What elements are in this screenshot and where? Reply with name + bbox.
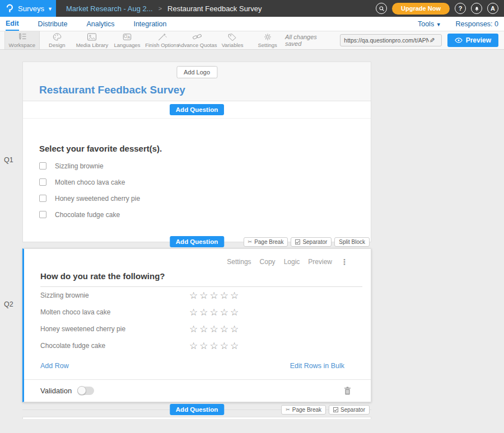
star-icon[interactable]: ☆	[210, 291, 218, 300]
star-icon[interactable]: ☆	[220, 325, 228, 333]
star-rating[interactable]: ☆☆☆☆☆	[189, 308, 239, 317]
add-question-button[interactable]: Add Question	[170, 404, 224, 415]
star-icon[interactable]: ☆	[230, 342, 239, 350]
toolbar-item-finish-options[interactable]: Finish Options	[144, 31, 180, 49]
page-break-button[interactable]: ✂ Page Break	[281, 405, 326, 415]
toolbar-item-media-library[interactable]: Media Library	[74, 31, 110, 49]
star-icon[interactable]: ☆	[189, 342, 198, 350]
star-rating[interactable]: ☆☆☆☆☆	[189, 291, 239, 300]
option-row: Molten choco lava cake	[39, 178, 354, 186]
section-action-row: Add Question ✂ Page Break Separator	[22, 403, 371, 416]
star-icon[interactable]: ☆	[230, 325, 239, 333]
option-label[interactable]: Honey sweetened cherry pie	[55, 195, 140, 203]
separator-icon	[333, 407, 338, 412]
star-icon[interactable]: ☆	[189, 325, 198, 333]
delete-question-trash-icon[interactable]	[344, 387, 351, 395]
question-preview-button[interactable]: Preview	[308, 258, 332, 266]
help-icon[interactable]: ?	[455, 3, 466, 14]
toolbar-item-languages[interactable]: A Languages	[110, 31, 145, 49]
question-settings-button[interactable]: Settings	[227, 258, 251, 266]
toolbar-item-design[interactable]: Design	[40, 31, 75, 49]
star-icon[interactable]: ☆	[210, 342, 218, 350]
page-break-button[interactable]: ✂ Page Break	[244, 237, 288, 247]
tab-distribute[interactable]: Distribute	[38, 17, 68, 30]
main-nav: Edit Distribute Analytics Integration To…	[0, 17, 504, 31]
separator-icon	[295, 239, 300, 244]
surveys-menu[interactable]: Surveys ▼	[0, 0, 56, 17]
split-block-button[interactable]: Split Block	[334, 237, 370, 247]
validation-row: Validation	[24, 379, 371, 402]
add-logo-button[interactable]: Add Logo	[176, 66, 217, 78]
responses-count[interactable]: Responses: 0	[456, 20, 498, 28]
star-icon[interactable]: ☆	[230, 308, 239, 317]
rating-row-label[interactable]: Chocolate fudge cake	[40, 342, 189, 350]
survey-url-input[interactable]	[344, 37, 429, 44]
topbar: Surveys ▼ Market Research - Aug 2... > R…	[0, 0, 504, 17]
toolbar-item-workspace[interactable]: Workspace	[4, 31, 40, 49]
add-question-button[interactable]: Add Question	[170, 104, 224, 115]
star-icon[interactable]: ☆	[220, 308, 228, 317]
validation-toggle[interactable]	[77, 387, 94, 395]
rating-row-label[interactable]: Molten choco lava cake	[40, 308, 189, 316]
survey-header-and-q1-card: Add Logo Restaurant Feedback Survey Add …	[22, 62, 371, 242]
question-copy-button[interactable]: Copy	[260, 258, 276, 266]
tab-analytics[interactable]: Analytics	[86, 17, 114, 30]
star-icon[interactable]: ☆	[210, 308, 218, 317]
edit-url-pencil-icon[interactable]: ✎	[428, 37, 436, 43]
autosave-status: All changes saved	[285, 34, 334, 47]
question-1-text[interactable]: Select your favorite dessert(s).	[39, 144, 354, 153]
question-1-block[interactable]: Select your favorite dessert(s). Sizzlin…	[23, 119, 371, 242]
star-icon[interactable]: ☆	[199, 342, 208, 350]
option-label[interactable]: Sizzling brownie	[55, 162, 104, 170]
star-icon[interactable]: ☆	[220, 342, 228, 350]
star-icon[interactable]: ☆	[230, 291, 239, 300]
checkbox[interactable]	[39, 178, 46, 186]
rating-row-label[interactable]: Honey sweetened cherry pie	[40, 325, 189, 333]
tab-edit[interactable]: Edit	[6, 17, 19, 31]
star-icon[interactable]: ☆	[189, 291, 198, 300]
breadcrumb-current: Restaurant Feedback Survey	[167, 4, 262, 13]
star-rating[interactable]: ☆☆☆☆☆	[189, 342, 239, 350]
star-icon[interactable]: ☆	[220, 291, 228, 300]
star-icon[interactable]: ☆	[199, 308, 208, 317]
option-row: Honey sweetened cherry pie	[39, 195, 354, 202]
toolbar-item-settings[interactable]: Settings	[250, 31, 285, 49]
breadcrumb-parent[interactable]: Market Research - Aug 2...	[66, 4, 153, 13]
tab-integration[interactable]: Integration	[133, 17, 166, 30]
survey-editor-canvas: Q1 Q2 Add Logo Restaurant Feedback Surve…	[0, 62, 504, 433]
option-label[interactable]: Molten choco lava cake	[55, 178, 125, 186]
rating-row: Sizzling brownie ☆☆☆☆☆	[24, 287, 371, 304]
add-row-link[interactable]: Add Row	[40, 362, 69, 370]
preview-button[interactable]: Preview	[447, 34, 498, 47]
breadcrumb: Market Research - Aug 2... > Restaurant …	[66, 4, 262, 13]
star-icon[interactable]: ☆	[189, 308, 198, 317]
star-icon[interactable]: ☆	[199, 325, 208, 333]
star-icon[interactable]: ☆	[199, 291, 208, 300]
star-rating[interactable]: ☆☆☆☆☆	[189, 325, 239, 333]
kebab-menu-icon[interactable]: ⋮	[340, 259, 348, 265]
avatar[interactable]: A	[487, 3, 498, 14]
toolbar-item-advance-quotas[interactable]: Advance Quotas	[180, 31, 215, 49]
option-label[interactable]: Chocolate fudge cake	[55, 211, 120, 219]
checkbox[interactable]	[39, 162, 46, 170]
separator-button[interactable]: Separator	[291, 237, 332, 247]
separator-button[interactable]: Separator	[329, 405, 370, 415]
upgrade-now-button[interactable]: Upgrade Now	[392, 3, 450, 15]
tools-menu[interactable]: Tools ▼	[418, 20, 441, 28]
search-icon[interactable]	[376, 3, 387, 14]
question-2-title-field[interactable]: How do you rate the following?	[40, 271, 362, 287]
add-question-button[interactable]: Add Question	[170, 236, 224, 247]
question-logic-button[interactable]: Logic	[284, 258, 300, 266]
checkbox[interactable]	[39, 211, 46, 218]
edit-rows-in-bulk-link[interactable]: Edit Rows in Bulk	[290, 362, 344, 370]
star-icon[interactable]: ☆	[210, 325, 218, 333]
rating-row-label[interactable]: Sizzling brownie	[40, 291, 189, 299]
checkbox[interactable]	[39, 195, 46, 202]
magic-wand-icon	[157, 32, 167, 41]
question-2-text[interactable]: How do you rate the following?	[40, 271, 165, 281]
toolbar-right: All changes saved ✎ Preview	[285, 31, 504, 49]
notifications-bell-icon[interactable]	[471, 3, 482, 14]
toolbar-item-variables[interactable]: Variables	[215, 31, 250, 49]
surveys-label: Surveys	[18, 4, 44, 13]
survey-title[interactable]: Restaurant Feedback Survey	[39, 84, 185, 96]
